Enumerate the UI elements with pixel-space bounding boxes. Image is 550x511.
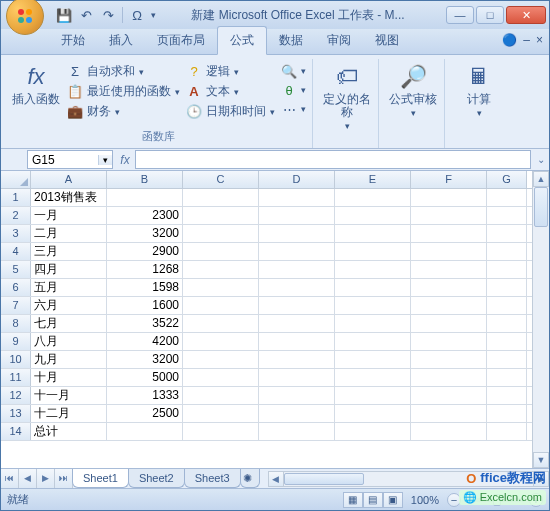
row-header-10[interactable]: 10 bbox=[1, 351, 31, 368]
cell[interactable] bbox=[411, 387, 487, 404]
page-layout-view-button[interactable]: ▤ bbox=[363, 492, 383, 508]
help-icon[interactable]: 🔵 bbox=[502, 33, 517, 47]
cell[interactable]: 总计 bbox=[31, 423, 107, 440]
cell[interactable] bbox=[335, 387, 411, 404]
tab-view[interactable]: 视图 bbox=[363, 27, 411, 54]
column-header-C[interactable]: C bbox=[183, 171, 259, 188]
cell[interactable]: 十二月 bbox=[31, 405, 107, 422]
row-header-8[interactable]: 8 bbox=[1, 315, 31, 332]
cell[interactable] bbox=[183, 315, 259, 332]
cell[interactable] bbox=[487, 351, 527, 368]
cell[interactable] bbox=[335, 297, 411, 314]
normal-view-button[interactable]: ▦ bbox=[343, 492, 363, 508]
cell[interactable] bbox=[487, 279, 527, 296]
logical-button[interactable]: ?逻辑▾ bbox=[186, 63, 275, 80]
cell[interactable] bbox=[487, 243, 527, 260]
row-header-3[interactable]: 3 bbox=[1, 225, 31, 242]
insert-function-button[interactable]: fx 插入函数 bbox=[11, 63, 61, 106]
undo-icon[interactable]: ↶ bbox=[78, 7, 94, 23]
cell[interactable] bbox=[259, 369, 335, 386]
cell[interactable] bbox=[259, 261, 335, 278]
cell[interactable]: 1598 bbox=[107, 279, 183, 296]
cell[interactable] bbox=[183, 333, 259, 350]
v-thumb[interactable] bbox=[534, 187, 548, 227]
row-header-1[interactable]: 1 bbox=[1, 189, 31, 206]
minimize-ribbon-button[interactable]: – bbox=[523, 33, 530, 47]
tab-data[interactable]: 数据 bbox=[267, 27, 315, 54]
cell[interactable] bbox=[259, 297, 335, 314]
rows-area[interactable]: 1 2013销售表2一月23003二月32004三月29005四月12686五月… bbox=[1, 189, 532, 468]
zoom-level[interactable]: 100% bbox=[411, 494, 439, 506]
fx-icon-bar[interactable]: fx bbox=[115, 153, 135, 167]
sheet-tab-3[interactable]: Sheet3 bbox=[184, 469, 241, 488]
cell[interactable] bbox=[411, 225, 487, 242]
cell[interactable] bbox=[183, 369, 259, 386]
cell[interactable]: 2300 bbox=[107, 207, 183, 224]
row-header-11[interactable]: 11 bbox=[1, 369, 31, 386]
cell[interactable] bbox=[411, 369, 487, 386]
cell[interactable] bbox=[487, 423, 527, 440]
cell[interactable] bbox=[487, 225, 527, 242]
column-header-B[interactable]: B bbox=[107, 171, 183, 188]
more-functions-button[interactable]: ⋯▾ bbox=[281, 101, 306, 117]
cell[interactable] bbox=[183, 261, 259, 278]
page-break-view-button[interactable]: ▣ bbox=[383, 492, 403, 508]
cell[interactable] bbox=[411, 351, 487, 368]
row-header-6[interactable]: 6 bbox=[1, 279, 31, 296]
row-header-2[interactable]: 2 bbox=[1, 207, 31, 224]
financial-button[interactable]: 💼财务▾ bbox=[67, 103, 180, 120]
cell[interactable] bbox=[183, 297, 259, 314]
cell[interactable] bbox=[259, 351, 335, 368]
cell[interactable] bbox=[487, 207, 527, 224]
cell[interactable] bbox=[335, 243, 411, 260]
name-box[interactable]: G15 ▾ bbox=[27, 150, 113, 169]
cell[interactable] bbox=[259, 387, 335, 404]
h-thumb[interactable] bbox=[284, 473, 364, 485]
cell[interactable] bbox=[259, 333, 335, 350]
cell[interactable]: 3522 bbox=[107, 315, 183, 332]
cell[interactable] bbox=[411, 297, 487, 314]
cell[interactable] bbox=[411, 279, 487, 296]
maximize-button[interactable]: □ bbox=[476, 6, 504, 24]
cell[interactable] bbox=[259, 423, 335, 440]
sheet-prev[interactable]: ◀ bbox=[19, 469, 37, 488]
tab-page-layout[interactable]: 页面布局 bbox=[145, 27, 217, 54]
math-button[interactable]: θ▾ bbox=[281, 82, 306, 98]
tab-home[interactable]: 开始 bbox=[49, 27, 97, 54]
row-header-9[interactable]: 9 bbox=[1, 333, 31, 350]
scroll-down-button[interactable]: ▼ bbox=[533, 452, 549, 468]
cell[interactable]: 十月 bbox=[31, 369, 107, 386]
cell[interactable]: 3200 bbox=[107, 225, 183, 242]
cell[interactable]: 1600 bbox=[107, 297, 183, 314]
row-header-5[interactable]: 5 bbox=[1, 261, 31, 278]
cell[interactable]: 2013销售表 bbox=[31, 189, 107, 206]
cell[interactable]: 1268 bbox=[107, 261, 183, 278]
cell[interactable]: 一月 bbox=[31, 207, 107, 224]
close-workbook-button[interactable]: × bbox=[536, 33, 543, 47]
sheet-next[interactable]: ▶ bbox=[37, 469, 55, 488]
cell[interactable] bbox=[335, 351, 411, 368]
cell[interactable]: 3200 bbox=[107, 351, 183, 368]
column-header-E[interactable]: E bbox=[335, 171, 411, 188]
cell[interactable] bbox=[487, 333, 527, 350]
cell[interactable] bbox=[487, 189, 527, 206]
v-track[interactable] bbox=[533, 187, 549, 452]
cell[interactable] bbox=[335, 225, 411, 242]
cell[interactable] bbox=[411, 405, 487, 422]
cell[interactable] bbox=[411, 207, 487, 224]
column-header-F[interactable]: F bbox=[411, 171, 487, 188]
cell[interactable] bbox=[335, 207, 411, 224]
expand-formula-bar[interactable]: ⌄ bbox=[533, 154, 549, 165]
cell[interactable] bbox=[335, 333, 411, 350]
scroll-left-button[interactable]: ◀ bbox=[268, 471, 284, 487]
select-all-button[interactable] bbox=[1, 171, 31, 188]
cell[interactable] bbox=[183, 243, 259, 260]
cell[interactable] bbox=[487, 315, 527, 332]
cell[interactable]: 九月 bbox=[31, 351, 107, 368]
cell[interactable]: 1333 bbox=[107, 387, 183, 404]
sheet-first[interactable]: ⏮ bbox=[1, 469, 19, 488]
autosum-button[interactable]: Σ自动求和▾ bbox=[67, 63, 180, 80]
cell[interactable] bbox=[259, 405, 335, 422]
row-header-13[interactable]: 13 bbox=[1, 405, 31, 422]
lookup-button[interactable]: 🔍▾ bbox=[281, 63, 306, 79]
